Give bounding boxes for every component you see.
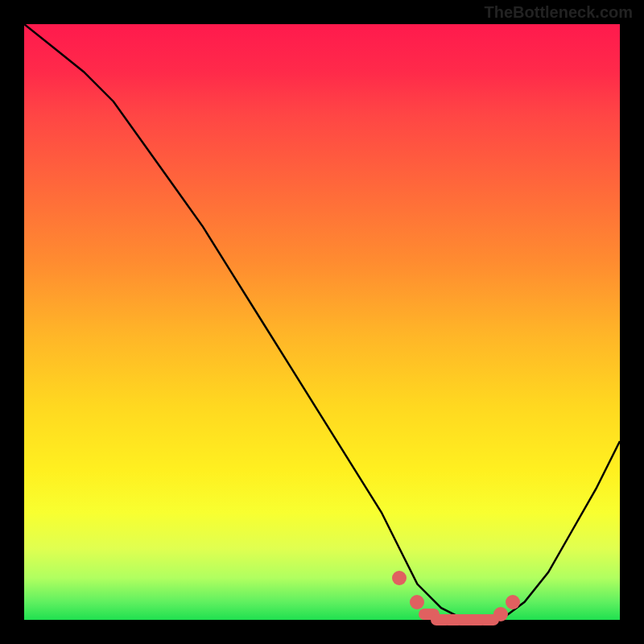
marker-dot bbox=[493, 607, 508, 621]
watermark-text: TheBottleneck.com bbox=[485, 3, 633, 22]
optimal-region-dots bbox=[24, 24, 620, 620]
plot-area bbox=[24, 24, 620, 620]
marker-dot bbox=[410, 595, 424, 609]
marker-dot bbox=[392, 571, 407, 585]
marker-dot bbox=[506, 595, 520, 609]
